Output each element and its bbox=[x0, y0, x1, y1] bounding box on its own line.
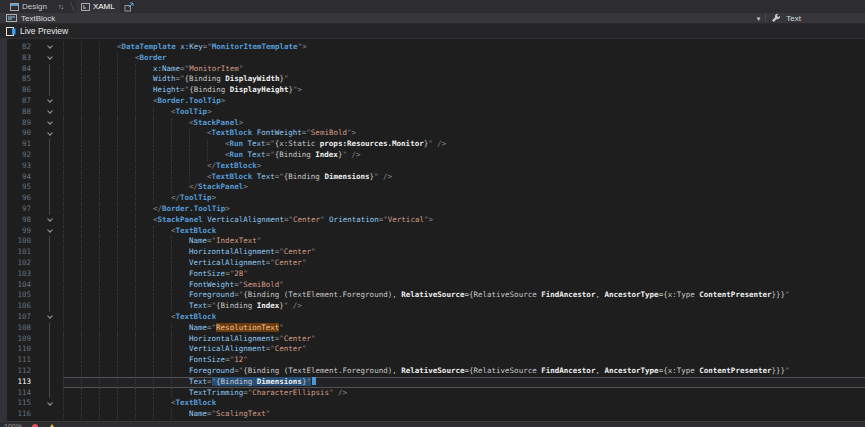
code-text[interactable]: FontSize="28" bbox=[63, 269, 865, 280]
code-text[interactable]: <Run Text="{x:Static props:Resources.Mon… bbox=[63, 139, 865, 150]
zoom-level[interactable]: 100% bbox=[4, 423, 22, 427]
code-line-111[interactable]: 111FontSize="12" bbox=[0, 355, 865, 366]
breadcrumb-property-label[interactable]: Text bbox=[786, 14, 801, 23]
code-line-95[interactable]: 95</StackPanel> bbox=[0, 182, 865, 193]
token: =" bbox=[234, 290, 243, 299]
chevron-down-icon[interactable]: ▾ bbox=[757, 15, 761, 22]
code-text[interactable]: x:Name="MonitorItem" bbox=[63, 64, 865, 75]
code-text[interactable]: <TextBlock FontWeight="SemiBold"> bbox=[63, 128, 865, 139]
indent-guide bbox=[81, 64, 99, 75]
code-line-85[interactable]: 85Width="{Binding DisplayWidth}" bbox=[0, 74, 865, 85]
code-text[interactable]: <StackPanel> bbox=[63, 118, 865, 129]
code-line-84[interactable]: 84x:Name="MonitorItem" bbox=[0, 64, 865, 75]
code-text[interactable]: <TextBlock bbox=[63, 398, 865, 409]
code-text[interactable]: <Run Text="{Binding Index}" /> bbox=[63, 150, 865, 161]
code-line-116[interactable]: 116Name="ScalingText" bbox=[0, 409, 865, 420]
code-text[interactable]: Name="IndexText" bbox=[63, 236, 865, 247]
code-line-92[interactable]: 92<Run Text="{Binding Index}" /> bbox=[0, 150, 865, 161]
code-text[interactable]: HorizontalAlignment="Center" bbox=[63, 247, 865, 258]
code-text[interactable]: <Border bbox=[63, 53, 865, 64]
code-text[interactable]: Name="ResolutionText" bbox=[63, 323, 865, 334]
fold-chevron-icon[interactable] bbox=[36, 128, 63, 139]
code-text[interactable]: VerticalAlignment="Center" bbox=[63, 258, 865, 269]
code-line-103[interactable]: 103FontSize="28" bbox=[0, 269, 865, 280]
code-line-101[interactable]: 101HorizontalAlignment="Center" bbox=[0, 247, 865, 258]
code-text[interactable]: Height="{Binding DisplayHeight}"> bbox=[63, 85, 865, 96]
code-line-104[interactable]: 104FontWeight="SemiBold" bbox=[0, 280, 865, 291]
code-line-114[interactable]: 114TextTrimming="CharacterEllipsis" /> bbox=[0, 388, 865, 399]
token: =" bbox=[284, 215, 293, 224]
code-text[interactable]: <ToolTip> bbox=[63, 107, 865, 118]
code-text[interactable]: <TextBlock bbox=[63, 226, 865, 237]
code-text[interactable]: <StackPanel VerticalAlignment="Center" O… bbox=[63, 215, 865, 226]
fold-chevron-icon[interactable] bbox=[36, 107, 63, 118]
code-line-82[interactable]: 82<DataTemplate x:Key="MonitorItemTempla… bbox=[0, 42, 865, 53]
code-text[interactable]: FontSize="12" bbox=[63, 355, 865, 366]
code-line-102[interactable]: 102VerticalAlignment="Center" bbox=[0, 258, 865, 269]
code-text[interactable]: VerticalAlignment="Center" bbox=[63, 344, 865, 355]
code-line-112[interactable]: 112Foreground="{Binding (TextElement.For… bbox=[0, 366, 865, 377]
fold-chevron-icon[interactable] bbox=[36, 215, 63, 226]
code-text[interactable]: Width="{Binding DisplayWidth}" bbox=[63, 74, 865, 85]
code-text[interactable]: <DataTemplate x:Key="MonitorItemTemplate… bbox=[63, 42, 865, 53]
code-text[interactable]: Foreground="{Binding (TextElement.Foregr… bbox=[63, 366, 865, 377]
tab-design[interactable]: Design bbox=[5, 0, 52, 13]
code-line-83[interactable]: 83<Border bbox=[0, 53, 865, 64]
code-line-96[interactable]: 96</ToolTip> bbox=[0, 193, 865, 204]
live-preview-bar[interactable]: Live Preview bbox=[0, 24, 865, 39]
breadcrumb[interactable]: TextBlock bbox=[6, 14, 757, 23]
fold-chevron-icon[interactable] bbox=[36, 312, 63, 323]
xaml-code-editor[interactable]: 82<DataTemplate x:Key="MonitorItemTempla… bbox=[0, 39, 865, 421]
code-text[interactable]: </StackPanel> bbox=[63, 182, 865, 193]
tab-xaml[interactable]: XAML bbox=[76, 0, 120, 13]
code-line-105[interactable]: 105Foreground="{Binding (TextElement.For… bbox=[0, 290, 865, 301]
code-text[interactable]: Text="{Binding Index}" /> bbox=[63, 301, 865, 312]
code-line-98[interactable]: 98<StackPanel VerticalAlignment="Center"… bbox=[0, 215, 865, 226]
code-line-109[interactable]: 109HorizontalAlignment="Center" bbox=[0, 334, 865, 345]
code-line-91[interactable]: 91<Run Text="{x:Static props:Resources.M… bbox=[0, 139, 865, 150]
code-text[interactable]: Text="{Binding Dimensions}" bbox=[63, 377, 865, 388]
code-line-99[interactable]: 99<TextBlock bbox=[0, 226, 865, 237]
code-line-94[interactable]: 94<TextBlock Text="{Binding Dimensions}"… bbox=[0, 172, 865, 183]
fold-chevron-icon[interactable] bbox=[36, 53, 63, 64]
code-line-106[interactable]: 106Text="{Binding Index}" /> bbox=[0, 301, 865, 312]
xaml-view-icon bbox=[81, 3, 90, 11]
fold-chevron-icon[interactable] bbox=[36, 118, 63, 129]
fold-chevron-icon[interactable] bbox=[36, 398, 63, 409]
code-text[interactable]: HorizontalAlignment="Center" bbox=[63, 334, 865, 345]
code-text[interactable]: </ToolTip> bbox=[63, 193, 865, 204]
code-line-113[interactable]: 113Text="{Binding Dimensions}" bbox=[0, 377, 865, 388]
indent-guide bbox=[117, 269, 135, 280]
popout-window-icon[interactable] bbox=[124, 2, 134, 12]
indent-guide bbox=[63, 247, 81, 258]
code-text[interactable]: <TextBlock bbox=[63, 312, 865, 323]
code-text[interactable]: <Border.ToolTip> bbox=[63, 96, 865, 107]
code-line-87[interactable]: 87<Border.ToolTip> bbox=[0, 96, 865, 107]
code-line-88[interactable]: 88<ToolTip> bbox=[0, 107, 865, 118]
code-line-97[interactable]: 97</Border.ToolTip> bbox=[0, 204, 865, 215]
code-text[interactable]: </TextBlock> bbox=[63, 161, 865, 172]
indent-guide bbox=[99, 128, 117, 139]
code-line-107[interactable]: 107<TextBlock bbox=[0, 312, 865, 323]
indent-guide bbox=[81, 280, 99, 291]
code-line-115[interactable]: 115<TextBlock bbox=[0, 398, 865, 409]
code-text[interactable]: TextTrimming="CharacterEllipsis" /> bbox=[63, 388, 865, 399]
indent-guide bbox=[81, 258, 99, 269]
code-line-86[interactable]: 86Height="{Binding DisplayHeight}"> bbox=[0, 85, 865, 96]
code-line-110[interactable]: 110VerticalAlignment="Center" bbox=[0, 344, 865, 355]
fold-chevron-icon[interactable] bbox=[36, 96, 63, 107]
code-line-93[interactable]: 93</TextBlock> bbox=[0, 161, 865, 172]
code-text[interactable]: <TextBlock Text="{Binding Dimensions}" /… bbox=[63, 172, 865, 183]
swap-panes-icon[interactable]: ↑↓ bbox=[52, 3, 69, 10]
fold-chevron-icon[interactable] bbox=[36, 226, 63, 237]
code-line-100[interactable]: 100Name="IndexText" bbox=[0, 236, 865, 247]
code-text[interactable]: Foreground="{Binding (TextElement.Foregr… bbox=[63, 290, 865, 301]
token: 28 bbox=[234, 269, 243, 278]
code-text[interactable]: Name="ScalingText" bbox=[63, 409, 865, 420]
code-text[interactable]: </Border.ToolTip> bbox=[63, 204, 865, 215]
code-line-90[interactable]: 90<TextBlock FontWeight="SemiBold"> bbox=[0, 128, 865, 139]
code-line-89[interactable]: 89<StackPanel> bbox=[0, 118, 865, 129]
fold-chevron-icon[interactable] bbox=[36, 42, 63, 53]
code-line-108[interactable]: 108Name="ResolutionText" bbox=[0, 323, 865, 334]
code-text[interactable]: FontWeight="SemiBold" bbox=[63, 280, 865, 291]
